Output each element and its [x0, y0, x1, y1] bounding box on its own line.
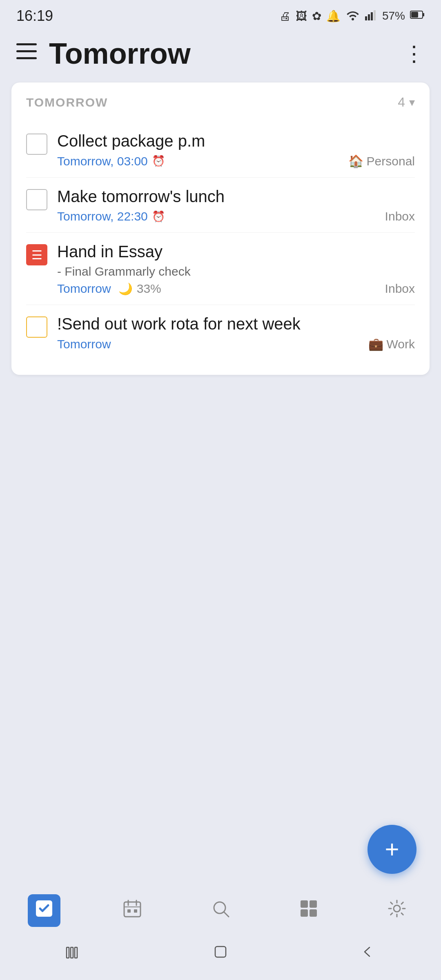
svg-rect-15 [127, 909, 131, 913]
calendar-icon [122, 899, 142, 923]
tasks-icon [34, 899, 54, 923]
svg-rect-3 [374, 10, 376, 20]
task-meta-1: Tomorrow, 03:00 ⏰ 🏠Personal [57, 154, 415, 168]
svg-rect-22 [310, 909, 317, 917]
task-title-1: Collect package p.m [57, 131, 415, 151]
grid-icon [299, 899, 318, 923]
task-checkbox-1[interactable] [26, 134, 47, 155]
svg-point-23 [394, 905, 400, 912]
section-title: TOMORROW [26, 96, 108, 109]
more-vert-icon[interactable]: ⋮ [403, 41, 425, 66]
moon-icon-3: 🌙 [118, 282, 133, 296]
task-tag-3: Inbox [385, 282, 415, 296]
settings-icon [387, 899, 407, 923]
app-bar: Tomorrow ⋮ [0, 29, 441, 78]
gallery-icon: 🖼 [296, 9, 307, 23]
task-title-4: !Send out work rota for next week [57, 314, 415, 334]
svg-rect-0 [365, 16, 367, 20]
alarm-icon-1: ⏰ [152, 155, 165, 167]
back-icon[interactable] [359, 943, 376, 964]
task-due-2: Tomorrow, 22:30 ⏰ [57, 209, 165, 223]
task-content-3: Hand in Essay - Final Grammarly check To… [57, 242, 415, 296]
svg-rect-9 [16, 57, 37, 59]
task-due-3: Tomorrow 🌙 33% [57, 282, 161, 296]
bottom-nav [0, 886, 441, 931]
status-icons: 🖨 🖼 ✿ 🔔 57% [279, 9, 425, 23]
add-icon: + [385, 837, 399, 862]
svg-rect-27 [215, 947, 226, 957]
svg-rect-8 [16, 50, 37, 52]
nav-projects[interactable] [292, 894, 325, 927]
chevron-down-icon: ▾ [409, 96, 415, 109]
svg-rect-11 [124, 902, 140, 917]
svg-line-18 [224, 912, 229, 917]
nav-tasks[interactable] [28, 894, 60, 927]
search-icon [211, 899, 230, 923]
status-time: 16:19 [16, 7, 53, 24]
battery-level: 57% [382, 9, 405, 22]
svg-rect-6 [411, 12, 418, 18]
task-checkbox-4[interactable] [26, 316, 47, 338]
task-subtask-3: - Final Grammarly check [57, 265, 415, 278]
home-icon[interactable] [212, 943, 229, 964]
section-count: 4 [398, 95, 405, 110]
svg-rect-2 [371, 12, 373, 20]
task-checkbox-2[interactable] [26, 189, 47, 210]
section-header: TOMORROW 4 ▾ [26, 95, 415, 110]
section-count-area[interactable]: 4 ▾ [398, 95, 415, 110]
nav-calendar[interactable] [116, 894, 149, 927]
svg-rect-1 [368, 14, 370, 20]
task-item-4[interactable]: !Send out work rota for next week Tomorr… [26, 305, 415, 360]
task-item[interactable]: Collect package p.m Tomorrow, 03:00 ⏰ 🏠P… [26, 122, 415, 178]
sim-icon: 🖨 [279, 9, 291, 23]
task-content-2: Make tomorrow's lunch Tomorrow, 22:30 ⏰ … [57, 187, 415, 223]
tag-emoji-1: 🏠 [348, 154, 363, 168]
status-bar: 16:19 🖨 🖼 ✿ 🔔 57% [0, 0, 441, 29]
alarm-active-icon: 🔔 [326, 9, 341, 23]
task-card: TOMORROW 4 ▾ Collect package p.m Tomorro… [11, 82, 430, 375]
task-title-3: Hand in Essay [57, 242, 415, 261]
task-item-2[interactable]: Make tomorrow's lunch Tomorrow, 22:30 ⏰ … [26, 178, 415, 233]
nav-settings[interactable] [381, 894, 413, 927]
page-title: Tomorrow [49, 37, 403, 70]
svg-rect-24 [67, 947, 69, 958]
task-due-4: Tomorrow [57, 337, 111, 351]
task-meta-3: Tomorrow 🌙 33% Inbox [57, 282, 415, 296]
task-item-3[interactable]: Hand in Essay - Final Grammarly check To… [26, 233, 415, 305]
svg-rect-21 [301, 909, 308, 917]
task-title-2: Make tomorrow's lunch [57, 187, 415, 206]
svg-rect-7 [16, 43, 37, 45]
task-tag-4: 💼Work [368, 337, 415, 351]
add-task-button[interactable]: + [368, 825, 416, 874]
task-tag-2: Inbox [385, 209, 415, 223]
sys-nav-bar [0, 931, 441, 980]
svg-rect-20 [310, 900, 317, 908]
task-tag-1: 🏠Personal [348, 154, 415, 168]
svg-rect-25 [71, 947, 73, 958]
svg-rect-26 [75, 947, 77, 958]
svg-rect-16 [134, 909, 137, 913]
recent-apps-icon[interactable] [65, 943, 82, 964]
task-checkbox-3[interactable] [26, 244, 47, 265]
task-due-1: Tomorrow, 03:00 ⏰ [57, 154, 165, 168]
signal-icon [365, 9, 377, 23]
task-meta-2: Tomorrow, 22:30 ⏰ Inbox [57, 209, 415, 223]
wifi-icon [345, 9, 360, 23]
hamburger-icon[interactable] [16, 43, 37, 64]
nav-search[interactable] [204, 894, 237, 927]
tag-emoji-4: 💼 [368, 337, 383, 351]
task-content-4: !Send out work rota for next week Tomorr… [57, 314, 415, 351]
battery-icon [410, 9, 425, 22]
svg-rect-5 [423, 13, 424, 16]
task-content-1: Collect package p.m Tomorrow, 03:00 ⏰ 🏠P… [57, 131, 415, 168]
svg-rect-19 [301, 900, 308, 908]
task-progress-3: 33% [137, 282, 161, 296]
windmill-icon: ✿ [312, 9, 321, 23]
alarm-icon-2: ⏰ [152, 210, 165, 223]
task-meta-4: Tomorrow 💼Work [57, 337, 415, 351]
